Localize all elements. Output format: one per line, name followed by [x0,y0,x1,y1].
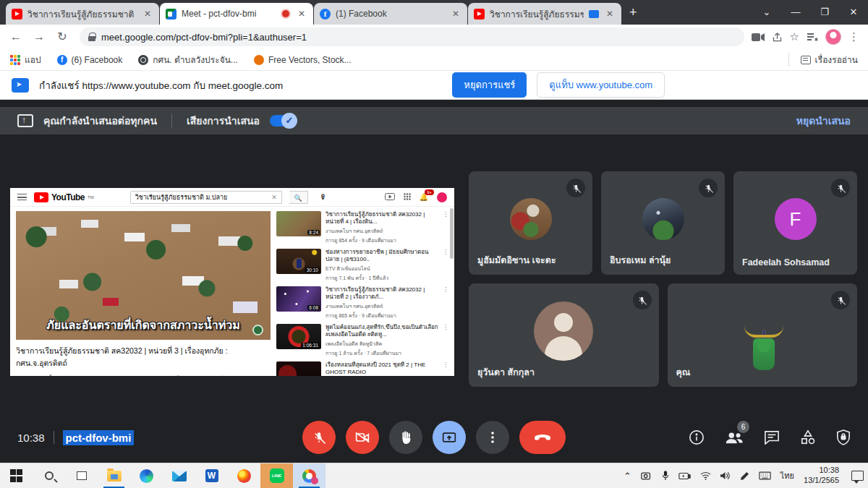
mic-toggle-button[interactable] [302,421,336,454]
taskbar-search-button[interactable] [33,463,65,488]
profile-avatar[interactable] [825,29,841,45]
share-button[interactable]: ➦แชร์ [205,374,224,376]
like-button[interactable]: 👍11 [142,375,159,376]
pen-icon[interactable] [740,471,749,481]
participant-tile[interactable]: ยุวันดา สักกุลา [469,283,659,387]
bookmark-star-icon[interactable]: ☆ [790,30,799,43]
screen: วิชาการเรียนรู้สู้ภัยธรรมชาติ สค32032 ✕ … [0,0,868,488]
reading-list-button[interactable]: เรื่องรออ่าน [788,53,858,67]
bookmark-apps[interactable]: แอป [10,53,41,67]
notifications-bell-icon[interactable]: 🔔9+ [420,193,428,201]
recommended-item[interactable]: 30:10 ช่องทางการขยายอาชีพ | มัธยมศึกษาตอ… [276,249,448,282]
save-button[interactable]: ⊞บันทึก [232,374,255,376]
meeting-details-button[interactable] [689,429,705,445]
tray-expand-icon[interactable]: ⌃ [624,471,631,481]
line-app-button[interactable]: LINE [260,463,293,488]
recommended-item[interactable]: 6:08 วิชาการเรียนรู้สู้ภัยธรรมชาติ สค320… [276,286,448,320]
youtube-search-input[interactable]: วิชาเรียนรู้สู้ภัยธรรมชาติ ม.ปลาย ✕ [130,191,282,204]
clear-search-icon[interactable]: ✕ [271,194,277,201]
more-options-button[interactable] [476,421,509,454]
participants-button[interactable]: 6 [725,430,744,445]
chat-button[interactable] [764,430,780,445]
tab-close-icon[interactable]: ✕ [450,8,461,20]
youtube-apps-grid-icon[interactable] [404,193,411,202]
reload-button[interactable]: ↻ [52,27,72,47]
voice-search-icon[interactable]: 🎙 [320,193,327,201]
start-button[interactable] [0,463,33,488]
mail-button[interactable] [163,463,195,488]
host-controls-button[interactable] [836,429,851,445]
chrome-button[interactable] [293,463,326,488]
present-button-active[interactable] [433,421,466,454]
scrollbar[interactable] [450,208,454,259]
tray-mic-icon[interactable] [662,471,669,481]
browser-menu-icon[interactable]: ⋮ [848,30,859,43]
stop-presenting-button[interactable]: หยุดนำเสนอ [796,113,851,129]
video-info: ช่องทางการขยายอาชีพ | มัธยมศึกษาตอนปลาย … [326,249,438,282]
youtube-avatar[interactable] [437,192,447,202]
presenting-banner: คุณกำลังนำเสนอต่อทุกคน เสียงการนำเสนอ ✓ … [0,107,868,134]
tab-close-icon[interactable]: ✕ [296,8,307,20]
tab-youtube-2[interactable]: วิชาการเรียนรู้สู้ภัยธรรมชาติ สค3 ✕ [468,3,621,25]
stop-sharing-button[interactable]: หยุดการแชร์ [452,72,527,98]
tab-search-icon[interactable]: ⌄ [752,0,781,25]
screen-record-icon[interactable] [641,471,652,481]
recommended-item[interactable]: 1:06:31 พูดไมค์ออนแก่ง,สุดที่รัก,ขึ้นปึ่… [276,324,448,357]
task-view-button[interactable] [65,463,98,488]
file-explorer-button[interactable] [98,463,130,488]
participant-tile[interactable]: F Fadeelah Sohsamad [733,171,857,275]
create-video-icon[interactable] [385,193,395,202]
raise-hand-button[interactable] [389,421,422,454]
item-menu-icon[interactable]: ⋮ [443,211,448,244]
share-page-icon[interactable] [772,32,783,43]
item-menu-icon[interactable]: ⋮ [443,361,448,376]
video-actions: 👍11 👎ไม่ชอบ ➦แชร์ ⊞บันทึก ••• [142,374,271,376]
touch-keyboard-icon[interactable] [759,471,771,480]
presentation-audio-toggle[interactable]: ✓ [270,115,296,127]
reading-list-toolbar-icon[interactable] [807,33,818,42]
tab-facebook[interactable]: f (1) Facebook ✕ [314,3,467,25]
edge-button[interactable] [130,463,163,488]
forward-button[interactable]: → [29,27,49,47]
battery-icon[interactable] [678,472,691,480]
video-player[interactable]: ภัยและอันตรายที่เกิดจากสภาวะน้ำท่วม [16,211,271,340]
clock[interactable]: 10:38 13/1/2565 [804,466,839,486]
action-center-icon[interactable] [851,471,864,481]
language-indicator[interactable]: ไทย [780,469,794,482]
view-tab-button[interactable]: ดูแท็บ www.youtube.com [537,72,665,98]
dislike-button[interactable]: 👎ไม่ชอบ [167,374,196,376]
tab-meet-active[interactable]: Meet - pct-dfov-bmi ✕ [160,3,313,25]
camera-permission-icon[interactable] [752,33,765,42]
end-call-button[interactable] [519,421,566,454]
minimize-button[interactable]: — [781,0,810,25]
recommended-item[interactable]: เรื่องหลอนที่สุดแห่งปี 2021 ชุดที่ 2 | T… [276,361,448,376]
wifi-icon[interactable] [700,471,711,480]
activities-button[interactable] [800,429,816,445]
firefox-button[interactable] [228,463,260,488]
bookmark-ksn[interactable]: กศน. ตำบลวังประจัน... [138,53,238,67]
address-bar[interactable]: meet.google.com/pct-dfov-bmi?pli=1&authu… [80,27,744,46]
tab-youtube-1[interactable]: วิชาการเรียนรู้สู้ภัยธรรมชาติ สค32032 ✕ [6,3,159,25]
youtube-logo[interactable]: YouTube TM [34,192,94,202]
volume-icon[interactable] [720,471,731,480]
participant-tile-self[interactable]: คุณ [668,283,858,387]
tab-close-icon[interactable]: ✕ [604,8,616,20]
menu-hamburger-icon[interactable] [17,194,27,200]
youtube-search-button[interactable]: 🔍 [289,191,308,204]
restore-button[interactable]: ❐ [810,0,839,25]
bookmark-facebook[interactable]: f (6) Facebook [57,55,123,65]
item-menu-icon[interactable]: ⋮ [443,286,448,320]
new-tab-button[interactable]: + [629,5,637,20]
bookmark-freevectors[interactable]: Free Vectors, Stock... [254,55,352,65]
participant-tile[interactable]: อิบรอเหม ล่านุ้ย [601,171,725,275]
item-menu-icon[interactable]: ⋮ [443,324,448,357]
item-menu-icon[interactable]: ⋮ [443,249,448,282]
tab-close-icon[interactable]: ✕ [142,8,153,20]
close-window-button[interactable]: ✕ [839,0,868,25]
more-actions-button[interactable]: ••• [264,375,271,376]
back-button[interactable]: ← [6,27,26,47]
camera-toggle-button[interactable] [346,421,379,454]
participant-tile[interactable]: มูฮัมมัดอิซาน เจะดะ [469,171,592,275]
word-button[interactable]: W [195,463,228,488]
recommended-item[interactable]: 8:24 วิชาการเรียนรู้สู้ภัยธรรมชาติ สค320… [276,211,448,244]
